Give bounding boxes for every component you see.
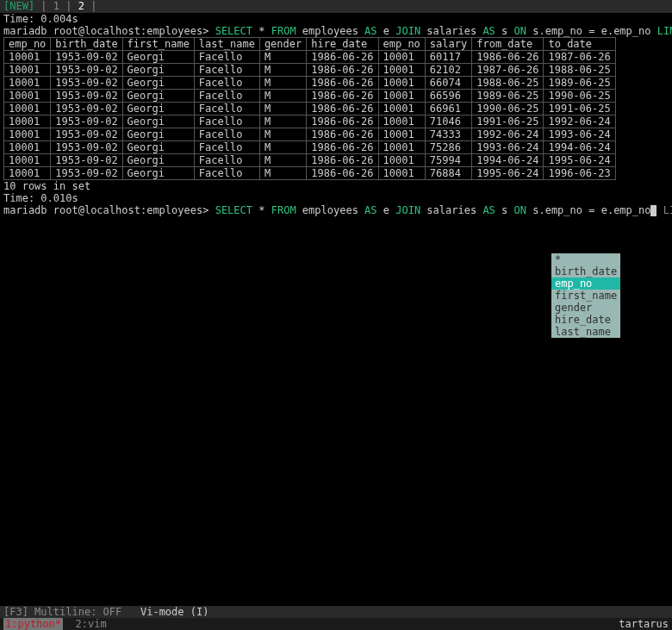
db-prompt: mariadb root@localhost:employees>: [3, 204, 208, 216]
table-cell: Facello: [194, 167, 259, 180]
column-header: last_name: [194, 38, 259, 51]
table-cell: 1990-06-25: [472, 103, 544, 115]
table-cell: 66074: [425, 77, 471, 90]
table-cell: 66596: [425, 90, 471, 103]
table-cell: 1953-09-02: [51, 90, 122, 103]
prompt-line-2[interactable]: mariadb root@localhost:employees> SELECT…: [0, 204, 672, 216]
autocomplete-item[interactable]: *: [551, 253, 620, 265]
table-cell: 10001: [4, 154, 51, 167]
table-cell: M: [259, 141, 306, 154]
table-row: 100011953-09-02GeorgiFacelloM1986-06-261…: [4, 103, 616, 115]
table-cell: Facello: [194, 64, 259, 77]
table-cell: 10001: [378, 103, 425, 115]
table-cell: Facello: [194, 128, 259, 141]
status-hostname: tartarus: [619, 618, 669, 630]
status-window-2[interactable]: 2:vim: [75, 618, 106, 630]
table-cell: M: [259, 167, 306, 180]
table-cell: M: [259, 90, 306, 103]
table-cell: Facello: [194, 103, 259, 115]
table-cell: 62102: [425, 64, 471, 77]
table-cell: 1996-06-23: [544, 167, 615, 180]
tab-1[interactable]: 1: [53, 0, 59, 12]
timing-output: Time: 0.004s: [0, 13, 672, 25]
table-cell: Georgi: [122, 77, 194, 90]
table-cell: 1986-06-26: [307, 115, 378, 128]
kw-on: ON: [514, 25, 526, 37]
tmux-tabbar: [NEW] | 1 | 2 |: [0, 0, 672, 13]
rows-in-set: 10 rows in set: [0, 180, 672, 192]
table-cell: 1995-06-24: [544, 154, 615, 167]
table-cell: 74333: [425, 128, 471, 141]
tmux-statusbar: 1:python* 2:vim tartarus: [0, 618, 672, 630]
table-cell: Facello: [194, 141, 259, 154]
table-row: 100011953-09-02GeorgiFacelloM1986-06-261…: [4, 51, 616, 64]
table-cell: 1953-09-02: [51, 103, 122, 115]
table-cell: 1986-06-26: [307, 167, 378, 180]
table-cell: 1993-06-24: [544, 128, 615, 141]
table-cell: 10001: [378, 51, 425, 64]
table-cell: Georgi: [122, 141, 194, 154]
table-cell: 10001: [378, 90, 425, 103]
autocomplete-item[interactable]: birth_date: [551, 265, 620, 278]
column-header: birth_date: [51, 38, 122, 51]
column-header: salary: [425, 38, 471, 51]
timing-output: Time: 0.010s: [0, 192, 672, 204]
table-cell: 1994-06-24: [472, 154, 544, 167]
table-cell: 10001: [4, 90, 51, 103]
autocomplete-popup[interactable]: *birth_dateemp_nofirst_namegenderhire_da…: [551, 253, 620, 338]
tab-2-active[interactable]: 2: [78, 0, 84, 12]
table-cell: 10001: [4, 64, 51, 77]
column-header: emp_no: [378, 38, 425, 51]
table-cell: Georgi: [122, 103, 194, 115]
table-cell: 10001: [378, 77, 425, 90]
tab-sep: |: [84, 0, 96, 12]
table-cell: Facello: [194, 77, 259, 90]
kw-as: AS: [482, 204, 495, 216]
autocomplete-item[interactable]: hire_date: [551, 314, 620, 326]
column-header: from_date: [472, 38, 544, 51]
kw-select: SELECT: [215, 204, 252, 216]
table-cell: Facello: [194, 154, 259, 167]
table-cell: 10001: [378, 64, 425, 77]
autocomplete-item[interactable]: emp_no: [551, 278, 620, 290]
table-cell: 1992-06-24: [544, 115, 615, 128]
table-cell: Georgi: [122, 90, 194, 103]
table-cell: 1986-06-26: [307, 128, 378, 141]
db-prompt: mariadb root@localhost:employees>: [3, 25, 208, 37]
kw-join: JOIN: [395, 204, 420, 216]
kw-as: AS: [482, 25, 495, 37]
table-cell: 1992-06-24: [472, 128, 544, 141]
table-row: 100011953-09-02GeorgiFacelloM1986-06-261…: [4, 90, 616, 103]
multiline-toggle[interactable]: [F3] Multiline: OFF: [3, 606, 121, 618]
tab-new[interactable]: [NEW]: [3, 0, 34, 12]
table-cell: 10001: [4, 167, 51, 180]
table-row: 100011953-09-02GeorgiFacelloM1986-06-261…: [4, 154, 616, 167]
table-cell: 1991-06-25: [472, 115, 544, 128]
kw-from: FROM: [271, 204, 296, 216]
autocomplete-item[interactable]: last_name: [551, 326, 620, 338]
kw-limit: LIMIT: [657, 25, 672, 37]
table-cell: M: [259, 128, 306, 141]
table-cell: Georgi: [122, 167, 194, 180]
table-cell: 76884: [425, 167, 471, 180]
table-cell: 66961: [425, 103, 471, 115]
table-cell: 1986-06-26: [307, 77, 378, 90]
autocomplete-item[interactable]: first_name: [551, 290, 620, 302]
tab-sep: |: [59, 0, 78, 12]
table-cell: 75994: [425, 154, 471, 167]
autocomplete-item[interactable]: gender: [551, 302, 620, 314]
table-cell: 10001: [4, 51, 51, 64]
table-cell: 1953-09-02: [51, 167, 122, 180]
table-cell: 10001: [4, 141, 51, 154]
table-cell: 1986-06-26: [307, 64, 378, 77]
table-cell: 1988-06-25: [472, 77, 544, 90]
table-cell: 1989-06-25: [472, 90, 544, 103]
table-cell: 10001: [4, 128, 51, 141]
table-cell: Georgi: [122, 51, 194, 64]
table-cell: M: [259, 64, 306, 77]
table-header-row: emp_nobirth_datefirst_namelast_namegende…: [4, 38, 616, 51]
table-cell: M: [259, 77, 306, 90]
table-cell: Facello: [194, 115, 259, 128]
table-cell: Georgi: [122, 64, 194, 77]
status-window-1[interactable]: 1:python*: [3, 618, 63, 630]
